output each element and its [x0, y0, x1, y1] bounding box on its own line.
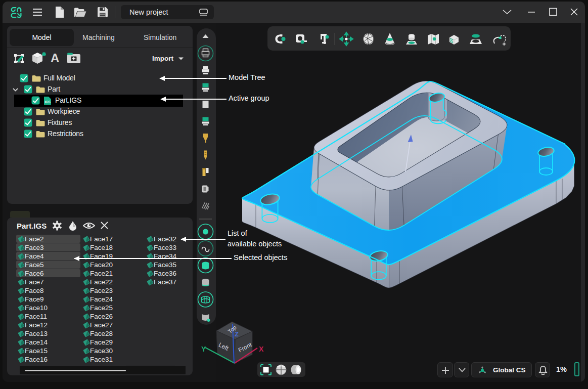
- svg-text:Z: Z: [235, 330, 239, 338]
- svg-text:Y: Y: [201, 345, 206, 353]
- svg-text:X: X: [259, 345, 264, 353]
